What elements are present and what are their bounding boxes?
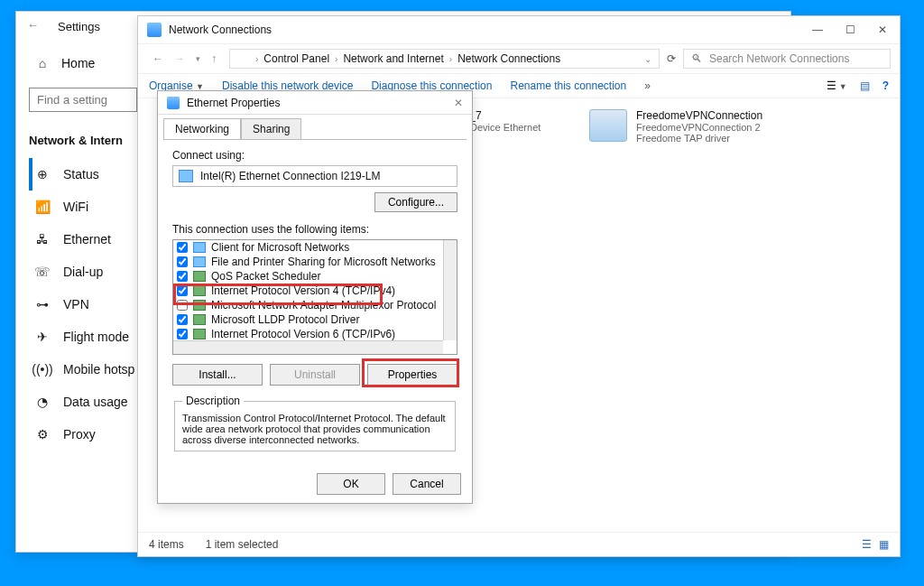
nav-icon: ⚙ xyxy=(34,426,51,442)
protocol-checkbox[interactable] xyxy=(177,285,188,296)
ncp-search-placeholder: Search Network Connections xyxy=(709,52,849,65)
protocol-label: File and Printer Sharing for Microsoft N… xyxy=(211,256,436,268)
protocol-item[interactable]: Internet Protocol Version 6 (TCP/IPv6) xyxy=(173,327,457,341)
conn-sub1: FreedomeVPNConnection 2 xyxy=(636,122,762,133)
protocol-item[interactable]: Client for Microsoft Networks xyxy=(173,240,457,255)
eprop-close-button[interactable]: ✕ xyxy=(454,97,463,109)
cmd-rename[interactable]: Rename this connection xyxy=(510,79,626,92)
status-count: 4 items xyxy=(149,538,184,551)
ncp-titlebar: Network Connections — ☐ ✕ xyxy=(138,16,900,43)
nav-up-icon[interactable]: ↑ xyxy=(206,52,222,65)
items-listbox[interactable]: Client for Microsoft NetworksFile and Pr… xyxy=(172,239,457,355)
ok-button[interactable]: OK xyxy=(317,473,385,495)
cmd-overflow[interactable]: » xyxy=(644,79,651,92)
protocol-icon xyxy=(193,285,206,296)
protocol-item[interactable]: File and Printer Sharing for Microsoft N… xyxy=(173,255,457,269)
path-seg-2[interactable]: Network Connections xyxy=(457,52,560,65)
protocol-label: Internet Protocol Version 6 (TCP/IPv6) xyxy=(211,328,395,340)
protocol-checkbox[interactable] xyxy=(177,256,188,267)
eprop-titlebar: Ethernet Properties ✕ xyxy=(158,91,472,115)
nav-label: VPN xyxy=(63,297,89,312)
protocol-icon xyxy=(193,329,206,340)
nav-label: Mobile hotsp xyxy=(63,362,134,377)
protocol-checkbox[interactable] xyxy=(177,329,188,340)
ncp-nav-row: ← → ▾ ↑ › Control Panel› Network and Int… xyxy=(138,43,900,74)
conn-sub2: Freedome TAP driver xyxy=(636,133,762,144)
tab-networking[interactable]: Networking xyxy=(163,118,241,139)
install-button[interactable]: Install... xyxy=(172,364,263,386)
items-label: This connection uses the following items… xyxy=(172,223,457,236)
home-icon: ⌂ xyxy=(34,55,51,71)
nav-icon: 📶 xyxy=(34,199,51,215)
protocol-label: Internet Protocol Version 4 (TCP/IPv4) xyxy=(211,284,395,297)
help-icon[interactable]: ? xyxy=(882,79,889,92)
eprop-icon xyxy=(167,97,180,109)
protocol-checkbox[interactable] xyxy=(177,271,188,282)
settings-search[interactable] xyxy=(29,88,137,112)
cancel-button[interactable]: Cancel xyxy=(393,473,461,495)
path-seg-0[interactable]: Control Panel xyxy=(263,52,329,65)
address-bar[interactable]: › Control Panel› Network and Internet› N… xyxy=(229,49,660,69)
refresh-icon[interactable]: ⟳ xyxy=(660,52,683,65)
uninstall-button: Uninstall xyxy=(270,364,360,386)
protocol-item[interactable]: Microsoft Network Adapter Multiplexor Pr… xyxy=(173,298,457,312)
protocol-icon xyxy=(193,271,206,282)
nav-label: Dial-up xyxy=(63,265,103,279)
nav-icon: ((•)) xyxy=(34,361,51,377)
nav-label: Flight mode xyxy=(63,330,129,344)
search-icon: 🔍︎ xyxy=(691,52,702,65)
ncp-title: Network Connections xyxy=(169,23,272,36)
protocol-label: Microsoft Network Adapter Multiplexor Pr… xyxy=(211,299,436,312)
protocol-checkbox[interactable] xyxy=(177,300,188,311)
settings-title: Settings xyxy=(58,20,100,33)
description-box: Description Transmission Control Protoco… xyxy=(174,395,456,451)
nav-label: WiFi xyxy=(63,200,88,214)
protocol-icon xyxy=(193,314,206,325)
conn-name: FreedomeVPNConnection xyxy=(636,109,762,122)
protocol-item[interactable]: Microsoft LLDP Protocol Driver xyxy=(173,312,457,327)
connection-icon xyxy=(589,109,627,142)
protocol-item[interactable]: Internet Protocol Version 4 (TCP/IPv4) xyxy=(173,284,457,298)
adapter-name: Intel(R) Ethernet Connection I219-LM xyxy=(200,170,380,182)
protocol-checkbox[interactable] xyxy=(177,242,188,253)
preview-pane-icon[interactable]: ▤ xyxy=(860,79,870,92)
protocol-label: Microsoft LLDP Protocol Driver xyxy=(211,313,360,326)
nav-icon: ☏ xyxy=(34,264,51,280)
maximize-button[interactable]: ☐ xyxy=(842,23,858,36)
nav-label: Status xyxy=(63,167,99,181)
connection-item-freedome[interactable]: FreedomeVPNConnection FreedomeVPNConnect… xyxy=(589,109,762,144)
status-bar: 4 items 1 item selected ☰ ▦ xyxy=(138,532,900,556)
protocol-checkbox[interactable] xyxy=(177,314,188,325)
protocol-icon xyxy=(193,300,206,311)
nav-icon: 🖧 xyxy=(34,231,51,247)
view-icons-icon[interactable]: ▦ xyxy=(879,538,889,551)
adapter-field: Intel(R) Ethernet Connection I219-LM xyxy=(172,165,457,187)
nav-icon: ⊶ xyxy=(34,296,51,312)
configure-button[interactable]: Configure... xyxy=(374,192,457,212)
nav-recent-icon[interactable]: ▾ xyxy=(190,54,206,63)
vertical-scrollbar[interactable] xyxy=(443,240,457,340)
adapter-icon xyxy=(179,170,193,182)
protocol-item[interactable]: QoS Packet Scheduler xyxy=(173,269,457,284)
description-label: Description xyxy=(182,395,244,407)
path-dropdown-icon[interactable]: ⌄ xyxy=(644,54,651,64)
protocol-icon xyxy=(193,242,206,253)
connect-using-label: Connect using: xyxy=(172,149,457,162)
nav-back-icon[interactable]: ← xyxy=(147,52,169,65)
status-selected: 1 item selected xyxy=(206,538,279,551)
protocol-label: Client for Microsoft Networks xyxy=(211,241,349,254)
ncp-search[interactable]: 🔍︎ Search Network Connections xyxy=(683,49,891,69)
properties-button[interactable]: Properties xyxy=(367,364,457,386)
path-seg-1[interactable]: Network and Internet xyxy=(343,52,443,65)
nav-label: Data usage xyxy=(63,395,128,409)
view-details-icon[interactable]: ☰ xyxy=(862,538,872,551)
minimize-button[interactable]: — xyxy=(809,23,826,36)
eprop-title: Ethernet Properties xyxy=(187,97,280,109)
tab-sharing[interactable]: Sharing xyxy=(241,118,301,139)
back-icon[interactable]: ← xyxy=(27,18,43,34)
nav-label: Proxy xyxy=(63,427,96,442)
view-options-icon[interactable]: ☰ ▼ xyxy=(827,79,846,92)
horizontal-scrollbar[interactable] xyxy=(173,340,443,354)
nav-forward-icon[interactable]: → xyxy=(169,52,190,65)
close-button[interactable]: ✕ xyxy=(874,23,891,36)
